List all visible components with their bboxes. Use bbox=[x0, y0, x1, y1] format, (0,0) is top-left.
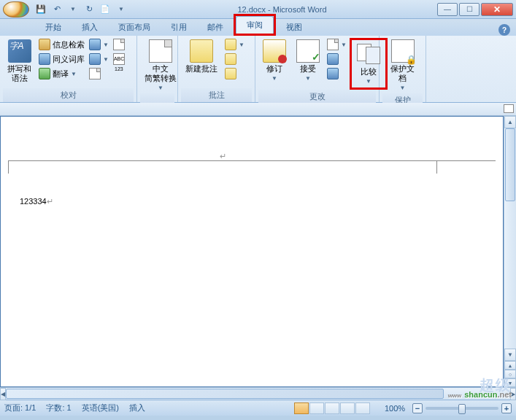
document-text[interactable]: 123334↵ bbox=[20, 195, 53, 206]
status-words[interactable]: 字数: 1 bbox=[46, 402, 71, 413]
undo-dropdown-icon[interactable]: ▼ bbox=[67, 4, 79, 15]
word-count-button[interactable] bbox=[88, 67, 110, 80]
window-controls: — ☐ ✕ bbox=[437, 3, 513, 16]
filename: 12.docx bbox=[237, 5, 266, 14]
group-tracking-label: 更改 bbox=[258, 90, 376, 104]
word-count-icon bbox=[89, 68, 101, 79]
chinese-convert-icon bbox=[149, 39, 172, 63]
abc-button[interactable]: ABC123 bbox=[112, 52, 126, 66]
tab-review[interactable]: 审阅 bbox=[236, 16, 274, 34]
ruler-toggle-button[interactable] bbox=[504, 104, 514, 113]
tab-insert[interactable]: 插入 bbox=[72, 19, 108, 36]
outline-view-button[interactable] bbox=[340, 402, 355, 414]
translation-tip-icon bbox=[89, 39, 101, 50]
group-comments-label: 批注 bbox=[181, 88, 252, 102]
next-change-button[interactable] bbox=[326, 67, 348, 80]
hscroll-thumb[interactable] bbox=[6, 389, 444, 399]
vertical-scrollbar[interactable]: ▲ ▼ ▲ ○ ▼ bbox=[504, 116, 516, 387]
group-protect: 保护文档 ▼ 保护 bbox=[380, 36, 426, 102]
status-page[interactable]: 页面: 1/1 bbox=[4, 402, 36, 413]
spelling-label: 拼写和 语法 bbox=[7, 64, 31, 83]
zoom-in-button[interactable]: + bbox=[501, 403, 512, 413]
tab-references[interactable]: 引用 bbox=[161, 19, 197, 36]
new-comment-button[interactable]: 新建批注 bbox=[181, 38, 222, 75]
group-comments: 新建批注 ▼ 批注 bbox=[178, 36, 255, 102]
zoom-slider[interactable] bbox=[425, 407, 498, 410]
prev-change-button[interactable] bbox=[326, 52, 348, 66]
language-icon bbox=[89, 53, 101, 65]
page-top-edge bbox=[8, 160, 496, 161]
cursor-mark: ↵ bbox=[47, 197, 53, 206]
prev-change-icon bbox=[327, 53, 339, 65]
print-layout-view-button[interactable] bbox=[294, 402, 309, 414]
track-changes-icon bbox=[263, 39, 286, 63]
next-change-icon bbox=[327, 68, 339, 79]
research-button[interactable]: 信息检索 bbox=[37, 38, 86, 51]
window-title: 12.docx - Microsoft Word bbox=[127, 4, 437, 15]
hscroll-track[interactable] bbox=[6, 388, 510, 400]
tab-mailings[interactable]: 邮件 bbox=[197, 19, 234, 36]
tab-view[interactable]: 视图 bbox=[276, 19, 312, 36]
scroll-down-button[interactable]: ▼ bbox=[504, 349, 516, 361]
status-mode[interactable]: 插入 bbox=[129, 402, 145, 413]
status-bar: 页面: 1/1 字数: 1 英语(美国) 插入 100% − + bbox=[0, 400, 516, 416]
thesaurus-button[interactable]: 同义词库 bbox=[37, 52, 86, 66]
highlight-review-tab: 审阅 bbox=[234, 14, 276, 36]
group-proofing-label: 校对 bbox=[3, 88, 134, 102]
page-corner-right bbox=[436, 160, 437, 174]
save-icon[interactable]: 💾 bbox=[35, 4, 47, 15]
protect-document-button[interactable]: 保护文档 ▼ bbox=[382, 38, 423, 93]
scroll-left-button[interactable]: ◀ bbox=[0, 388, 6, 400]
watermark: www shancun.net bbox=[448, 388, 512, 400]
track-changes-button[interactable]: 修订 ▼ bbox=[258, 38, 290, 84]
new-comment-icon bbox=[190, 39, 213, 63]
translate-icon bbox=[39, 68, 50, 79]
translate-button[interactable]: 翻译 ▼ bbox=[37, 67, 86, 80]
undo-icon[interactable]: ↶ bbox=[51, 4, 63, 15]
group-chinese: 中文 简繁转换 ▼ bbox=[137, 36, 178, 102]
page-corner-left bbox=[8, 160, 9, 174]
accept-icon bbox=[296, 39, 320, 63]
document-canvas[interactable]: ↵ 123334↵ bbox=[1, 117, 503, 386]
vscroll-thumb[interactable] bbox=[505, 128, 515, 201]
view-buttons bbox=[294, 402, 370, 414]
horizontal-scrollbar[interactable]: ◀ ▶ bbox=[0, 387, 516, 400]
prev-comment-icon bbox=[225, 53, 236, 65]
delete-comment-button[interactable]: ▼ bbox=[223, 38, 246, 51]
reject-icon bbox=[327, 39, 339, 50]
minimize-button[interactable]: — bbox=[437, 3, 458, 16]
help-button[interactable]: ? bbox=[498, 24, 510, 36]
maximize-button[interactable]: ☐ bbox=[459, 3, 480, 16]
protect-icon bbox=[391, 39, 415, 63]
scroll-up-button[interactable]: ▲ bbox=[504, 116, 516, 128]
repeat-icon[interactable]: ↻ bbox=[83, 4, 95, 15]
office-button[interactable] bbox=[3, 1, 29, 18]
abc-icon: ABC123 bbox=[113, 53, 125, 65]
print-preview-icon[interactable]: 📄 bbox=[99, 4, 111, 15]
set-language-button[interactable]: ▼ bbox=[88, 52, 110, 66]
prev-page-button[interactable]: ▲ bbox=[504, 361, 516, 370]
zoom-control: 100% − + bbox=[380, 403, 512, 413]
status-language[interactable]: 英语(美国) bbox=[82, 402, 119, 413]
draft-view-button[interactable] bbox=[355, 402, 370, 414]
tab-page-layout[interactable]: 页面布局 bbox=[108, 19, 161, 36]
full-screen-view-button[interactable] bbox=[309, 402, 324, 414]
qat-customize-icon[interactable]: ▼ bbox=[115, 4, 127, 15]
vscroll-track[interactable] bbox=[504, 128, 516, 349]
zoom-value[interactable]: 100% bbox=[380, 404, 409, 413]
update-input-button[interactable] bbox=[112, 38, 126, 51]
zoom-out-button[interactable]: − bbox=[412, 403, 423, 413]
close-button[interactable]: ✕ bbox=[481, 3, 513, 16]
web-layout-view-button[interactable] bbox=[325, 402, 339, 414]
tab-home[interactable]: 开始 bbox=[35, 19, 72, 36]
spelling-grammar-button[interactable]: 拼写和 语法 bbox=[3, 38, 36, 85]
app-name: Microsoft Word bbox=[273, 5, 327, 14]
prev-comment-button[interactable] bbox=[223, 52, 246, 66]
reject-button[interactable]: ▼ bbox=[326, 38, 348, 51]
translation-tip-button[interactable]: ▼ bbox=[88, 38, 110, 51]
ribbon: 拼写和 语法 信息检索 同义词库 翻译 ▼ ▼ ▼ ABC123 校对 bbox=[0, 36, 516, 103]
accept-button[interactable]: 接受 ▼ bbox=[292, 38, 324, 84]
next-comment-button[interactable] bbox=[223, 67, 246, 80]
research-icon bbox=[39, 39, 50, 50]
chinese-convert-button[interactable]: 中文 简繁转换 ▼ bbox=[140, 38, 181, 93]
